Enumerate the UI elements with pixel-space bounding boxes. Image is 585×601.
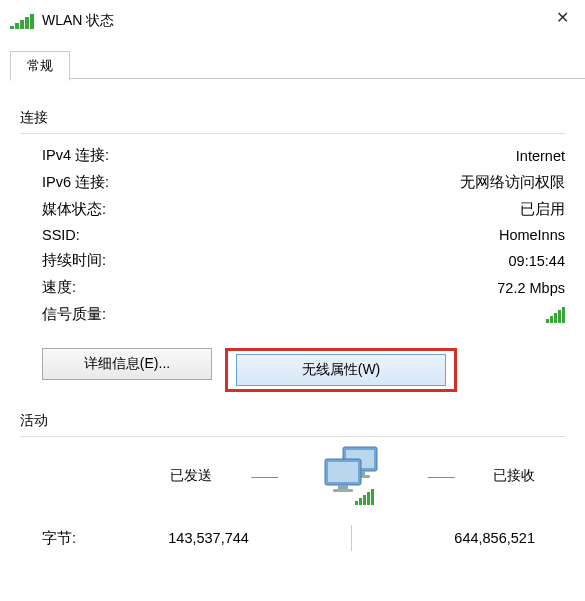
value-media: 已启用 [520, 200, 565, 219]
row-ipv4: IPv4 连接: Internet [20, 142, 565, 169]
tab-general[interactable]: 常规 [10, 51, 70, 81]
close-button[interactable]: ✕ [556, 8, 569, 27]
section-connection-title: 连接 [20, 109, 565, 127]
bytes-separator [351, 525, 352, 551]
value-recv-bytes: 644,856,521 [454, 530, 535, 546]
value-ssid: HomeInns [499, 227, 565, 243]
dash-left: —— [251, 468, 277, 484]
button-row: 详细信息(E)... 无线属性(W) [42, 348, 565, 392]
svg-rect-9 [359, 498, 362, 505]
row-speed: 速度: 72.2 Mbps [20, 274, 565, 301]
label-duration: 持续时间: [42, 251, 106, 270]
svg-rect-10 [363, 495, 366, 505]
network-monitors-icon [317, 445, 389, 507]
svg-rect-7 [333, 489, 353, 492]
svg-rect-8 [355, 501, 358, 505]
details-button[interactable]: 详细信息(E)... [42, 348, 212, 380]
dash-right: —— [428, 468, 454, 484]
value-duration: 09:15:44 [509, 253, 565, 269]
window-title: WLAN 状态 [42, 12, 114, 30]
label-received: 已接收 [493, 467, 535, 485]
row-signal: 信号质量: [20, 301, 565, 328]
label-speed: 速度: [42, 278, 76, 297]
activity-header-row: 已发送 —— [20, 445, 565, 507]
wireless-properties-button[interactable]: 无线属性(W) [236, 354, 446, 386]
label-media: 媒体状态: [42, 200, 106, 219]
divider [20, 133, 565, 134]
wlan-status-window: WLAN 状态 ✕ 常规 连接 IPv4 连接: Internet IPv6 连… [0, 0, 585, 601]
signal-strength-icon [546, 307, 565, 323]
svg-rect-11 [367, 492, 370, 505]
label-bytes: 字节: [42, 529, 76, 548]
section-activity-title: 活动 [20, 412, 565, 430]
row-ipv6: IPv6 连接: 无网络访问权限 [20, 169, 565, 196]
label-ipv6: IPv6 连接: [42, 173, 109, 192]
label-signal: 信号质量: [42, 305, 106, 324]
titlebar: WLAN 状态 ✕ [0, 0, 585, 36]
row-ssid: SSID: HomeInns [20, 223, 565, 247]
content-area: 连接 IPv4 连接: Internet IPv6 连接: 无网络访问权限 媒体… [0, 79, 585, 551]
svg-rect-12 [371, 489, 374, 505]
label-ipv4: IPv4 连接: [42, 146, 109, 165]
label-ssid: SSID: [42, 227, 80, 243]
divider [20, 436, 565, 437]
tabstrip: 常规 [10, 50, 585, 79]
value-speed: 72.2 Mbps [497, 280, 565, 296]
value-ipv4: Internet [516, 148, 565, 164]
wifi-signal-icon [10, 14, 34, 29]
svg-rect-6 [338, 485, 348, 489]
highlight-box: 无线属性(W) [225, 348, 457, 392]
value-sent-bytes: 143,537,744 [168, 530, 249, 546]
label-sent: 已发送 [170, 467, 212, 485]
svg-rect-5 [328, 462, 358, 482]
bytes-row: 字节: 143,537,744 644,856,521 [20, 507, 565, 551]
value-ipv6: 无网络访问权限 [460, 173, 565, 192]
row-media: 媒体状态: 已启用 [20, 196, 565, 223]
row-duration: 持续时间: 09:15:44 [20, 247, 565, 274]
section-activity: 活动 已发送 —— [20, 412, 565, 551]
